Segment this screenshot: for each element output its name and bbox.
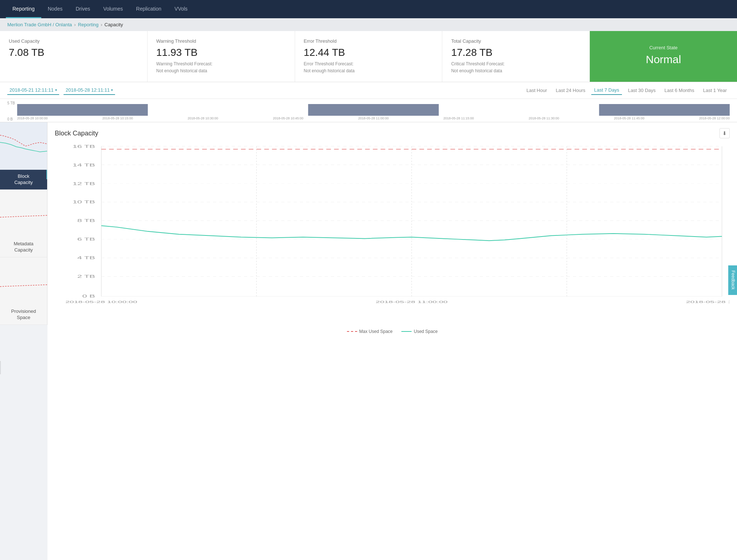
svg-rect-0	[17, 104, 148, 116]
chart-title: Block Capacity	[55, 130, 98, 137]
card-total-capacity-sub: Critical Threshold Forecast:Not enough h…	[451, 61, 581, 74]
card-total-capacity-label: Total Capacity	[451, 38, 581, 44]
mini-chart-row: 5 TB 0 B 2018-05-28 10:00:00 2018-05-28 …	[0, 99, 737, 122]
mini-chart-content: 2018-05-28 10:00:00 2018-05-28 10:15:00 …	[17, 101, 730, 120]
main-chart-svg: 16 TB 14 TB 12 TB 10 TB 8 TB 6 TB 4 TB 2…	[55, 143, 730, 314]
breadcrumb-org[interactable]: Merlion Trade GmbH / Onlanta	[7, 22, 72, 27]
mini-x-2: 2018-05-28 10:30:00	[188, 116, 218, 120]
breadcrumb-current: Capacity	[104, 22, 123, 27]
download-button[interactable]: ⬇	[719, 128, 730, 138]
card-error-threshold-sub: Error Threshold Forecast:Not enough hist…	[304, 61, 434, 74]
filter-last-6-months[interactable]: Last 6 Months	[661, 86, 697, 95]
date-from-value: 2018-05-21 12:11:11	[9, 87, 54, 93]
filter-last-hour[interactable]: Last Hour	[523, 86, 550, 95]
svg-rect-1	[308, 104, 439, 116]
breadcrumb-sep2: ›	[101, 22, 102, 27]
card-error-threshold-label: Error Threshold	[304, 38, 434, 44]
panel-item-provisioned-space-mini-chart	[0, 263, 47, 299]
panel-item-metadata-capacity-thumb	[0, 190, 47, 237]
feedback-tab[interactable]: Feedback	[729, 265, 737, 295]
panel-item-metadata-capacity-mini-chart	[0, 195, 47, 232]
date-to-value: 2018-05-28 12:11:11	[66, 87, 110, 93]
card-current-state-value: Normal	[646, 53, 681, 66]
svg-text:10 TB: 10 TB	[73, 200, 95, 204]
chart-header: Block Capacity ⬇	[55, 128, 730, 138]
filter-last-30-days[interactable]: Last 30 Days	[625, 86, 658, 95]
card-current-state-label: Current State	[649, 45, 677, 50]
legend-used-line	[401, 331, 412, 332]
card-total-capacity-value: 17.28 TB	[451, 47, 581, 58]
mini-chart-x-labels: 2018-05-28 10:00:00 2018-05-28 10:15:00 …	[17, 116, 730, 120]
svg-text:6 TB: 6 TB	[77, 237, 95, 242]
nav-item-reporting[interactable]: Reporting	[6, 0, 41, 18]
svg-line-3	[0, 215, 47, 217]
mini-y-top: 5 TB	[7, 101, 15, 105]
card-used-capacity-label: Used Capacity	[9, 38, 138, 44]
nav-item-drives[interactable]: Drives	[69, 0, 97, 18]
legend-max-line	[347, 331, 357, 332]
panel-item-block-capacity-title: BlockCapacity	[0, 170, 47, 189]
mini-x-3: 2018-05-28 10:45:00	[273, 116, 303, 120]
card-used-capacity-value: 7.08 TB	[9, 47, 138, 58]
date-pickers: 2018-05-21 12:11:11 ▾ 2018-05-28 12:11:1…	[7, 86, 115, 95]
card-warning-threshold: Warning Threshold 11.93 TB Warning Thres…	[148, 31, 295, 82]
summary-bar: Used Capacity 7.08 TB Warning Threshold …	[0, 31, 737, 82]
svg-line-4	[0, 285, 47, 287]
mini-x-5: 2018-05-28 11:15:00	[443, 116, 474, 120]
nav-item-replication[interactable]: Replication	[130, 0, 168, 18]
svg-text:2018-05-28 12:00:00: 2018-05-28 12:00:00	[686, 300, 730, 304]
mini-y-bottom: 0 B	[7, 117, 15, 121]
nav-item-volumes[interactable]: Volumes	[97, 0, 130, 18]
controls-row: 2018-05-21 12:11:11 ▾ 2018-05-28 12:11:1…	[0, 82, 737, 99]
svg-text:2018-05-28 10:00:00: 2018-05-28 10:00:00	[65, 300, 137, 304]
panel-item-block-capacity-thumb	[0, 122, 47, 170]
filter-last-1-year[interactable]: Last 1 Year	[700, 86, 730, 95]
chart-legend: Max Used Space Used Space	[55, 329, 730, 334]
svg-text:8 TB: 8 TB	[77, 219, 95, 223]
left-panel-wrapper: ‹ BlockCapacity ▶	[0, 122, 47, 560]
panel-item-block-capacity[interactable]: BlockCapacity	[0, 122, 47, 190]
mini-x-6: 2018-05-28 11:30:00	[528, 116, 559, 120]
svg-text:16 TB: 16 TB	[73, 145, 95, 149]
card-warning-threshold-sub: Warning Threshold Forecast:Not enough hi…	[156, 61, 286, 74]
card-current-state: Current State Normal	[590, 31, 737, 82]
mini-x-1: 2018-05-28 10:15:00	[102, 116, 133, 120]
breadcrumb-section[interactable]: Reporting	[78, 22, 98, 27]
panel-item-provisioned-space-thumb	[0, 257, 47, 305]
nav-item-nodes[interactable]: Nodes	[41, 0, 69, 18]
download-icon: ⬇	[722, 130, 727, 136]
card-warning-threshold-label: Warning Threshold	[156, 38, 286, 44]
svg-text:12 TB: 12 TB	[73, 181, 95, 186]
date-from-arrow: ▾	[55, 88, 57, 92]
date-from-picker[interactable]: 2018-05-21 12:11:11 ▾	[7, 86, 59, 95]
panel-item-provisioned-space-title: ProvisionedSpace	[0, 305, 47, 325]
card-used-capacity: Used Capacity 7.08 TB	[0, 31, 148, 82]
legend-used: Used Space	[401, 329, 438, 334]
time-filters: Last Hour Last 24 Hours Last 7 Days Last…	[523, 86, 730, 95]
legend-max-used: Max Used Space	[347, 329, 393, 334]
svg-text:2018-05-28 11:00:00: 2018-05-28 11:00:00	[376, 300, 448, 304]
filter-last-7-days[interactable]: Last 7 Days	[591, 86, 622, 95]
panel-item-metadata-capacity[interactable]: MetadataCapacity	[0, 190, 47, 257]
mini-chart-svg	[17, 101, 730, 116]
breadcrumb-sep1: ›	[74, 22, 76, 27]
date-to-picker[interactable]: 2018-05-28 12:11:11 ▾	[64, 86, 115, 95]
nav-item-vvols[interactable]: VVols	[168, 0, 194, 18]
filter-last-24-hours[interactable]: Last 24 Hours	[553, 86, 588, 95]
legend-max-label: Max Used Space	[359, 329, 393, 334]
card-error-threshold-value: 12.44 TB	[304, 47, 434, 58]
mini-x-8: 2018-05-28 12:00:00	[699, 116, 730, 120]
card-warning-threshold-value: 11.93 TB	[156, 47, 286, 58]
nav-bar: Reporting Nodes Drives Volumes Replicati…	[0, 0, 737, 18]
mini-chart-y-axis: 5 TB 0 B	[7, 101, 15, 121]
mini-x-0: 2018-05-28 10:00:00	[17, 116, 48, 120]
mini-x-4: 2018-05-28 11:00:00	[358, 116, 389, 120]
panel-item-metadata-capacity-title: MetadataCapacity	[0, 237, 47, 257]
panel-item-block-capacity-mini-chart	[0, 128, 47, 164]
panel-item-provisioned-space[interactable]: ProvisionedSpace	[0, 257, 47, 325]
chart-area: Block Capacity ⬇	[47, 122, 737, 560]
left-panel-toggle[interactable]: ‹	[0, 361, 1, 374]
svg-text:14 TB: 14 TB	[73, 163, 95, 168]
main-area: ‹ BlockCapacity ▶	[0, 122, 737, 560]
date-to-arrow: ▾	[111, 88, 113, 92]
